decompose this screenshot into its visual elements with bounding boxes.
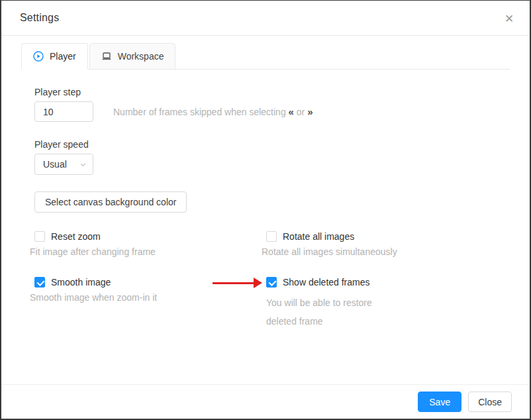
reset-zoom-checkbox-row[interactable]: Reset zoom [34,231,266,242]
smooth-image-label[interactable]: Smooth image [51,277,111,288]
rotate-all-checkbox-row[interactable]: Rotate all images [266,231,510,242]
smooth-image-checkbox[interactable] [34,277,45,288]
player-speed-label: Player speed [34,139,510,150]
show-deleted-label[interactable]: Show deleted frames [283,277,370,288]
modal-body: Player Workspace Player step Number of f… [1,36,530,384]
rotate-all-checkbox[interactable] [266,231,277,242]
play-circle-icon [33,51,44,62]
tab-workspace[interactable]: Workspace [89,43,176,70]
show-deleted-checkbox[interactable] [266,277,277,288]
option-show-deleted: Show deleted frames You will be able to … [266,277,510,331]
tab-bar: Player Workspace [21,43,510,70]
modal-header: Settings ✕ [1,1,530,36]
option-reset-zoom: Reset zoom Fit image after changing fram… [34,231,266,257]
player-step-input[interactable] [34,101,93,122]
player-settings-form: Player step Number of frames skipped whe… [21,87,510,331]
tab-workspace-label: Workspace [118,51,164,62]
chevron-down-icon [79,161,87,168]
rotate-all-hint: Rotate all images simultaneously [262,246,510,257]
reset-zoom-checkbox[interactable] [34,231,45,242]
modal-footer: Save Close [1,384,530,419]
skip-backward-icon: « [289,106,294,117]
options-grid: Reset zoom Fit image after changing fram… [34,231,510,331]
option-smooth-image: Smooth image Smooth image when zoom-in i… [34,277,266,331]
rotate-all-label[interactable]: Rotate all images [283,231,354,242]
show-deleted-checkbox-row[interactable]: Show deleted frames [266,277,510,288]
save-button[interactable]: Save [418,392,461,412]
laptop-icon [101,51,112,62]
player-speed-select[interactable]: Usual [34,154,93,175]
option-rotate-all: Rotate all images Rotate all images simu… [266,231,510,257]
show-deleted-hint: You will be able to restore deleted fram… [266,293,389,331]
tab-player-label: Player [50,51,76,62]
select-canvas-background-button[interactable]: Select canvas background color [34,191,187,213]
close-button[interactable]: Close [468,392,512,412]
settings-modal: Settings ✕ Player [0,0,531,420]
player-speed-value: Usual [43,159,67,170]
page-title: Settings [20,12,59,24]
reset-zoom-label[interactable]: Reset zoom [51,231,101,242]
smooth-image-checkbox-row[interactable]: Smooth image [34,277,266,288]
reset-zoom-hint: Fit image after changing frame [30,246,266,257]
player-step-hint: Number of frames skipped when selecting … [113,106,313,117]
smooth-image-hint: Smooth image when zoom-in it [30,292,266,303]
player-step-label: Player step [34,87,510,97]
close-icon[interactable]: ✕ [498,7,520,30]
skip-forward-icon: » [307,106,313,117]
tab-player[interactable]: Player [21,43,88,70]
